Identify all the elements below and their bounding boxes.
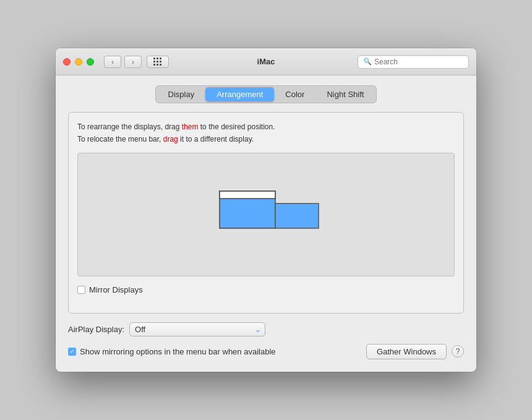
mirroring-option-label: Show mirroring options in the menu bar w… [80,347,276,356]
nav-buttons: ‹ › [104,56,142,68]
main-window: ‹ › iMac 🔍 Display Arrangement Color Nig… [56,48,476,371]
instruction-text: To rearrange the displays, drag them to … [77,121,455,145]
titlebar: ‹ › iMac 🔍 [56,48,476,75]
forward-button[interactable]: › [124,56,142,68]
mirror-displays-row: Mirror Displays [77,285,455,294]
tabs: Display Arrangement Color Night Shift [155,85,377,103]
tab-arrangement[interactable]: Arrangement [205,87,274,101]
display-area [77,153,455,276]
display-diagram [198,174,334,248]
tab-display[interactable]: Display [157,87,206,101]
tabs-container: Display Arrangement Color Night Shift [68,85,464,103]
mirror-displays-label: Mirror Displays [89,285,143,294]
airplay-select[interactable]: Off On [129,322,265,336]
window-title: iMac [257,57,275,66]
mirroring-option-checkbox[interactable]: ✓ [68,348,76,356]
menu-bar [220,191,275,199]
search-input[interactable] [374,58,463,66]
search-box[interactable]: 🔍 [358,55,469,69]
minimize-button[interactable] [75,58,82,66]
close-button[interactable] [63,58,71,66]
maximize-button[interactable] [87,58,94,66]
back-button[interactable]: ‹ [104,56,121,68]
airplay-label: AirPlay Display: [68,325,124,334]
airplay-row: AirPlay Display: Off On ⌄ [68,322,464,336]
search-icon: 🔍 [363,58,372,66]
highlight-drag: drag [163,135,178,144]
instruction-line2: To relocate the menu bar, drag it to a d… [77,134,455,145]
mirror-displays-checkbox[interactable] [77,286,85,294]
help-button[interactable]: ? [452,345,464,358]
checkmark-icon: ✓ [70,349,75,354]
bottom-right-controls: Gather Windows ? [366,344,464,359]
traffic-lights [63,58,94,66]
grid-icon [153,58,162,66]
gather-windows-button[interactable]: Gather Windows [366,344,447,359]
airplay-select-wrapper: Off On ⌄ [129,322,265,336]
secondary-display[interactable] [275,204,319,228]
tab-night-shift[interactable]: Night Shift [315,87,375,101]
mirroring-option-row: ✓ Show mirroring options in the menu bar… [68,347,276,356]
grid-button[interactable] [147,56,169,68]
bottom-row: ✓ Show mirroring options in the menu bar… [68,344,464,359]
content-area: Display Arrangement Color Night Shift To… [56,75,476,371]
tab-color[interactable]: Color [274,87,315,101]
instruction-line1: To rearrange the displays, drag them to … [77,121,455,133]
highlight-them: them [182,122,199,131]
arrangement-panel: To rearrange the displays, drag them to … [68,112,464,313]
